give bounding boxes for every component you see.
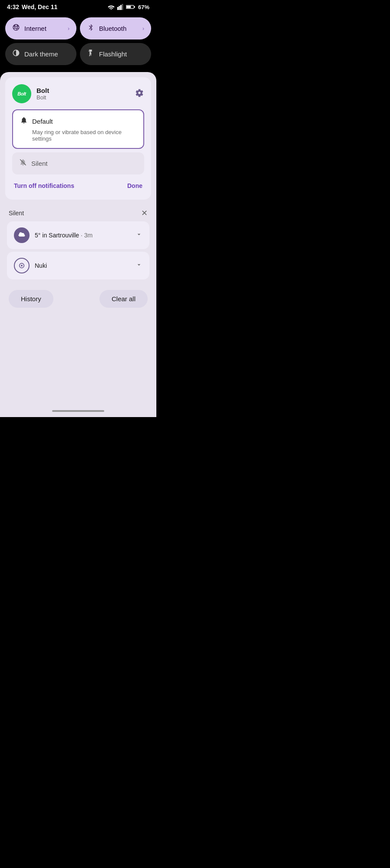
battery-icon: [126, 4, 136, 10]
weather-expand-icon[interactable]: [136, 231, 142, 240]
bell-icon: [20, 116, 28, 126]
internet-label: Internet: [24, 25, 63, 32]
silent-label: Silent: [9, 210, 24, 217]
nuki-title: Nuki: [35, 262, 47, 269]
bolt-app-names: Bolt Bolt: [36, 87, 49, 101]
nuki-icon: [14, 258, 30, 273]
default-desc: May ring or vibrate based on device sett…: [20, 129, 136, 142]
status-left: 4:32 Wed, Dec 11: [7, 3, 57, 10]
bolt-card-header: Bolt Bolt Bolt: [12, 84, 144, 103]
qs-tile-dark-theme[interactable]: Dark theme: [5, 43, 76, 65]
done-btn[interactable]: Done: [126, 181, 143, 191]
silent-close-icon[interactable]: ✕: [141, 208, 148, 218]
status-right: 67%: [108, 4, 149, 10]
bottom-space: [5, 316, 151, 403]
wifi-icon: [108, 4, 115, 10]
flashlight-label: Flashlight: [99, 50, 144, 58]
internet-arrow: ›: [68, 26, 69, 32]
bottom-buttons: History Clear all: [5, 283, 151, 316]
clear-all-button[interactable]: Clear all: [99, 290, 148, 308]
svg-rect-2: [119, 6, 120, 10]
dark-theme-label: Dark theme: [24, 50, 69, 58]
bolt-app-sub: Bolt: [36, 94, 49, 101]
qs-tile-flashlight[interactable]: Flashlight: [80, 43, 151, 65]
svg-rect-1: [117, 7, 119, 10]
signal-icon: [117, 4, 123, 10]
weather-icon: [14, 227, 30, 243]
home-bar: [52, 410, 104, 412]
history-button[interactable]: History: [9, 290, 53, 308]
notification-option-silent[interactable]: Silent: [12, 152, 144, 174]
flashlight-icon: [87, 49, 95, 59]
default-option-title: Default: [20, 116, 136, 126]
bell-off-icon: [19, 158, 27, 168]
qs-tile-internet[interactable]: Internet ›: [5, 17, 76, 39]
nuki-notification[interactable]: Nuki: [7, 252, 149, 279]
qs-tile-bluetooth[interactable]: Bluetooth ›: [80, 17, 151, 39]
status-bar: 4:32 Wed, Dec 11 67%: [0, 0, 156, 13]
bolt-app-name: Bolt: [36, 87, 49, 94]
bolt-logo: Bolt: [12, 84, 31, 103]
svg-rect-6: [134, 6, 135, 8]
weather-notification[interactable]: 5° in Sartrouville · 3m: [7, 221, 149, 249]
svg-point-11: [21, 265, 23, 266]
bluetooth-icon: [87, 23, 95, 33]
silent-section: Silent ✕ 5° in Sartrouville · 3m: [5, 203, 151, 279]
weather-title: 5° in Sartrouville: [35, 232, 79, 239]
bolt-app-info: Bolt Bolt Bolt: [12, 84, 49, 103]
turn-off-notifications-btn[interactable]: Turn off notifications: [13, 181, 75, 191]
svg-point-0: [110, 9, 112, 10]
settings-icon[interactable]: [135, 88, 144, 100]
svg-rect-7: [126, 6, 131, 8]
nuki-notif-left: Nuki: [14, 258, 47, 273]
home-indicator-area: [5, 403, 151, 417]
svg-rect-3: [120, 5, 122, 10]
bluetooth-arrow: ›: [142, 26, 144, 32]
default-label: Default: [32, 118, 53, 125]
notification-option-default[interactable]: Default May ring or vibrate based on dev…: [12, 109, 144, 149]
status-time: 4:32: [7, 3, 19, 10]
battery-percent: 67%: [138, 4, 149, 10]
weather-text: 5° in Sartrouville · 3m: [35, 232, 93, 239]
svg-rect-4: [122, 4, 123, 10]
silent-option-label: Silent: [31, 160, 48, 167]
quick-settings: Internet › Bluetooth › Dark theme: [0, 13, 156, 72]
bluetooth-label: Bluetooth: [99, 25, 138, 32]
status-date: Wed, Dec 11: [22, 3, 57, 10]
notification-actions: Turn off notifications Done: [12, 178, 144, 193]
notification-panel: Bolt Bolt Bolt Defa: [0, 72, 156, 417]
weather-time: · 3m: [81, 232, 93, 239]
nuki-expand-icon[interactable]: [136, 261, 142, 270]
bolt-notification-card: Bolt Bolt Bolt Defa: [5, 77, 151, 200]
silent-header: Silent ✕: [7, 203, 149, 221]
weather-notif-left: 5° in Sartrouville · 3m: [14, 227, 93, 243]
internet-icon: [12, 23, 20, 33]
dark-theme-icon: [12, 49, 20, 59]
